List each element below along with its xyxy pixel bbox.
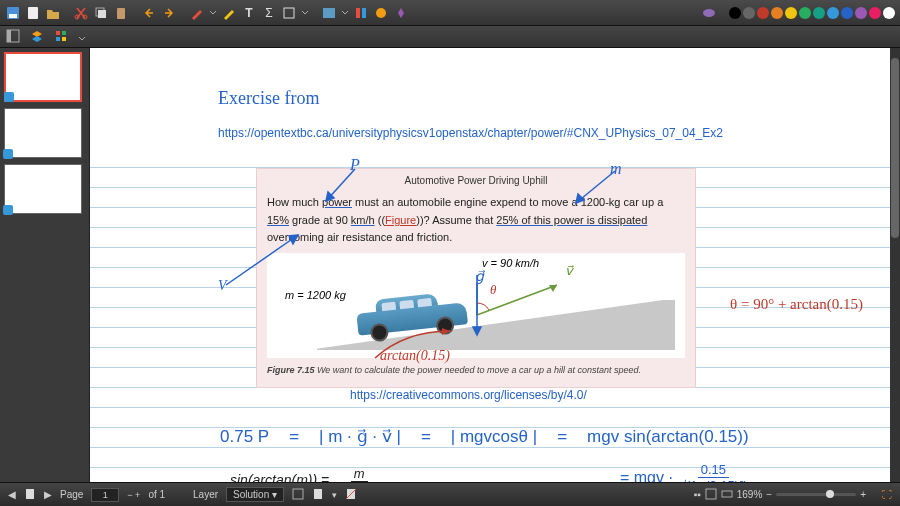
- color-swatch[interactable]: [841, 7, 853, 19]
- of-label: of 1: [148, 489, 165, 500]
- svg-rect-11: [362, 8, 366, 18]
- dropdown-icon[interactable]: [208, 4, 218, 22]
- layer-tool-icon[interactable]: [312, 488, 324, 502]
- redo-icon[interactable]: [160, 4, 178, 22]
- svg-rect-9: [323, 8, 335, 18]
- figure-caption: Figure 7.15 We want to calculate the pow…: [257, 362, 695, 378]
- canvas[interactable]: Exercise from https://opentextbc.ca/univ…: [90, 48, 900, 482]
- color-swatch[interactable]: [743, 7, 755, 19]
- save-icon[interactable]: [4, 4, 22, 22]
- svg-rect-7: [117, 8, 125, 19]
- color-swatch[interactable]: [785, 7, 797, 19]
- color-swatch[interactable]: [883, 7, 895, 19]
- svg-rect-33: [706, 489, 716, 499]
- eq-line3: = mgv · 0.15√(1+(0.15)²): [620, 462, 748, 482]
- eq-theta: θ = 90° + arctan(0.15): [730, 296, 863, 313]
- cc-link[interactable]: https://creativecommons.org/licenses/by/…: [350, 388, 587, 402]
- zoom-out-icon[interactable]: −: [766, 489, 772, 500]
- dropdown-icon[interactable]: [340, 4, 350, 22]
- svg-rect-17: [62, 31, 66, 35]
- dropdown-icon[interactable]: [300, 4, 310, 22]
- pen-icon[interactable]: [188, 4, 206, 22]
- color-palette: [728, 7, 896, 19]
- annot-vvec: v⃗: [565, 263, 573, 279]
- svg-marker-22: [549, 285, 557, 292]
- svg-marker-27: [442, 328, 450, 335]
- tool-a-icon[interactable]: [352, 4, 370, 22]
- zoom-value: 169%: [737, 489, 763, 500]
- dropdown-icon[interactable]: [78, 29, 88, 45]
- title-handwriting: Exercise from: [218, 88, 319, 109]
- svg-rect-2: [28, 7, 38, 19]
- svg-rect-34: [722, 491, 732, 497]
- svg-rect-28: [26, 489, 34, 499]
- svg-point-12: [376, 8, 386, 18]
- next-page-icon[interactable]: ▶: [44, 489, 52, 500]
- color-swatch[interactable]: [771, 7, 783, 19]
- svg-rect-8: [284, 8, 294, 18]
- main-toolbar: T Σ: [0, 0, 900, 26]
- color-swatch[interactable]: [827, 7, 839, 19]
- math-icon[interactable]: Σ: [260, 4, 278, 22]
- paste-icon[interactable]: [112, 4, 130, 22]
- tool-c-icon[interactable]: [392, 4, 410, 22]
- layer-select[interactable]: Solution ▾: [226, 487, 284, 502]
- layer-tool-icon[interactable]: [345, 488, 357, 502]
- page-input[interactable]: [91, 488, 119, 502]
- thumbnail-2[interactable]: [4, 108, 82, 158]
- page-icon[interactable]: [24, 488, 36, 502]
- color-swatch[interactable]: [869, 7, 881, 19]
- thumbnail-3[interactable]: [4, 164, 82, 214]
- svg-rect-6: [98, 10, 106, 18]
- status-bar: ◀ ▶ Page − + of 1 Layer Solution ▾ ▾ ▪▪ …: [0, 482, 900, 506]
- svg-rect-29: [293, 489, 303, 499]
- page-label: Page: [60, 489, 83, 500]
- color-swatch[interactable]: [729, 7, 741, 19]
- view-mode-icon[interactable]: ▪▪: [694, 489, 701, 500]
- svg-marker-24: [576, 194, 584, 203]
- zoom-in-icon[interactable]: +: [860, 489, 866, 500]
- zoom-slider[interactable]: [776, 493, 856, 496]
- svg-rect-18: [56, 37, 60, 41]
- scrollbar[interactable]: [890, 48, 900, 482]
- color-swatch[interactable]: [813, 7, 825, 19]
- svg-marker-25: [289, 235, 298, 244]
- layer-tool-icon[interactable]: [292, 488, 304, 502]
- tool-b-icon[interactable]: [372, 4, 390, 22]
- color-swatch[interactable]: [757, 7, 769, 19]
- grid-icon[interactable]: [54, 29, 70, 45]
- svg-marker-26: [473, 327, 481, 335]
- view-mode-icon[interactable]: [705, 488, 717, 502]
- copy-icon[interactable]: [92, 4, 110, 22]
- secondary-toolbar: [0, 26, 900, 48]
- undo-icon[interactable]: [140, 4, 158, 22]
- eq-identity: sin(arctan(m)) = m√(1 + m²): [230, 466, 386, 482]
- prev-page-icon[interactable]: ◀: [8, 489, 16, 500]
- svg-rect-16: [56, 31, 60, 35]
- layers-icon[interactable]: [30, 29, 46, 45]
- svg-point-13: [703, 9, 715, 17]
- color-swatch[interactable]: [799, 7, 811, 19]
- svg-rect-1: [9, 14, 17, 18]
- text-icon[interactable]: T: [240, 4, 258, 22]
- svg-line-21: [477, 285, 557, 315]
- shape-icon[interactable]: [280, 4, 298, 22]
- fullscreen-icon[interactable]: ⛶: [882, 489, 892, 500]
- source-link[interactable]: https://opentextbc.ca/universityphysicsv…: [218, 126, 723, 140]
- page-thumbnails: [0, 48, 90, 482]
- new-page-icon[interactable]: [24, 4, 42, 22]
- image-icon[interactable]: [320, 4, 338, 22]
- thumbnail-1[interactable]: [4, 52, 82, 102]
- highlighter-icon[interactable]: [220, 4, 238, 22]
- svg-rect-19: [62, 37, 66, 41]
- cut-icon[interactable]: [72, 4, 90, 22]
- zoom-controls: ▪▪ 169% − + ⛶: [694, 488, 892, 502]
- svg-rect-10: [356, 8, 360, 18]
- color-swatch[interactable]: [855, 7, 867, 19]
- svg-rect-30: [314, 489, 322, 499]
- plugin-icon[interactable]: [700, 4, 718, 22]
- panel-icon[interactable]: [6, 29, 22, 45]
- layer-label: Layer: [193, 489, 218, 500]
- view-mode-icon[interactable]: [721, 488, 733, 502]
- open-icon[interactable]: [44, 4, 62, 22]
